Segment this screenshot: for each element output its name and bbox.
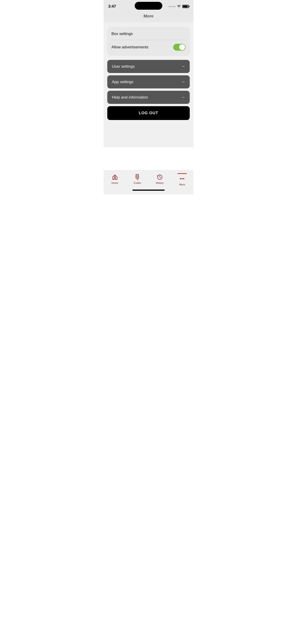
svg-rect-1 xyxy=(114,176,116,177)
allow-ads-row: Allow advertisements xyxy=(112,44,186,51)
svg-point-10 xyxy=(137,177,138,178)
signal-icon xyxy=(169,6,176,7)
battery-icon xyxy=(182,5,189,8)
tab-more-label: More xyxy=(179,183,185,186)
svg-point-3 xyxy=(136,175,137,176)
svg-point-9 xyxy=(136,177,137,178)
toggle-knob xyxy=(179,44,185,50)
home-indicator xyxy=(104,188,194,194)
box-settings-card: Box settings Allow advertisements xyxy=(107,27,190,55)
svg-point-15 xyxy=(183,178,184,180)
arrow-icon: → xyxy=(181,80,185,84)
dynamic-island xyxy=(135,2,162,10)
svg-point-8 xyxy=(138,176,138,177)
main-content: Box settings Allow advertisements User s… xyxy=(104,22,194,148)
home-bar xyxy=(132,190,164,191)
status-bar: 3:47 xyxy=(104,0,194,12)
status-icons xyxy=(169,5,189,8)
tab-active-indicator xyxy=(178,173,187,174)
tab-history[interactable]: History xyxy=(148,173,171,185)
svg-point-5 xyxy=(138,175,138,176)
logout-button[interactable]: LOG OUT xyxy=(107,106,190,120)
tab-more[interactable]: More xyxy=(171,173,194,187)
user-settings-label: User settings xyxy=(112,64,135,69)
wifi-icon xyxy=(177,5,181,8)
tab-bar: Home Codes xyxy=(104,170,194,188)
page-title: More xyxy=(144,14,153,18)
nav-header: More xyxy=(104,12,194,22)
arrow-icon: → xyxy=(181,64,185,69)
svg-point-13 xyxy=(180,178,181,180)
more-icon xyxy=(179,175,186,182)
svg-point-14 xyxy=(182,178,183,180)
content-spacer xyxy=(104,148,194,170)
svg-point-11 xyxy=(138,177,138,178)
svg-point-4 xyxy=(137,175,138,176)
menu-buttons: User settings → App settings → Help and … xyxy=(107,60,190,120)
allow-ads-toggle[interactable] xyxy=(173,44,186,51)
history-icon xyxy=(156,174,163,180)
help-info-button[interactable]: Help and information → xyxy=(107,91,190,104)
app-settings-button[interactable]: App settings → xyxy=(107,75,190,88)
tab-home[interactable]: Home xyxy=(104,173,126,185)
svg-point-7 xyxy=(137,176,138,177)
user-settings-button[interactable]: User settings → xyxy=(107,60,190,73)
tab-history-label: History xyxy=(156,182,164,184)
app-settings-label: App settings xyxy=(112,80,134,84)
svg-point-6 xyxy=(136,176,137,177)
home-icon xyxy=(112,174,118,180)
arrow-icon: → xyxy=(181,95,185,100)
status-time: 3:47 xyxy=(108,4,116,9)
tab-codes[interactable]: Codes xyxy=(126,173,149,185)
card-divider xyxy=(112,40,186,40)
tab-home-label: Home xyxy=(112,182,118,184)
help-info-label: Help and information xyxy=(112,95,148,100)
codes-icon xyxy=(134,174,141,180)
svg-rect-0 xyxy=(114,178,116,180)
tab-codes-label: Codes xyxy=(134,182,141,184)
allow-ads-label: Allow advertisements xyxy=(112,45,148,50)
box-settings-title: Box settings xyxy=(112,32,186,36)
